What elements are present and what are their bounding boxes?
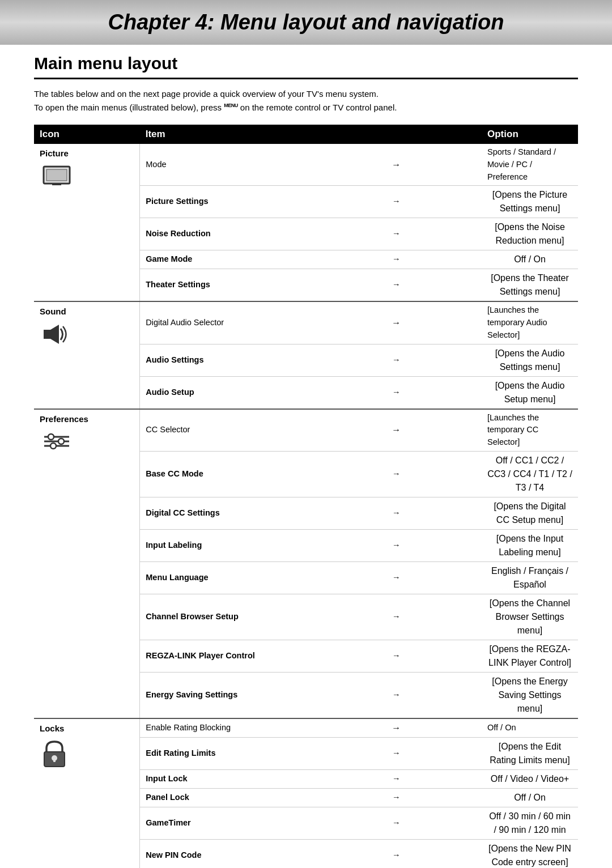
menu-item-name: Picture Settings	[140, 186, 311, 218]
icon-cell-sound: Sound	[34, 301, 140, 409]
arrow-cell: →	[311, 594, 482, 640]
arrow-cell: →	[311, 737, 482, 769]
svg-marker-4	[50, 325, 59, 344]
col-arrow-header	[311, 125, 482, 144]
intro-line1: The tables below and on the next page pr…	[34, 89, 379, 99]
arrow-cell: →	[311, 672, 482, 718]
menu-item-name: Input Lock	[140, 769, 311, 788]
svg-rect-1	[46, 169, 67, 181]
menu-item-option: Off / CC1 / CC2 / CC3 / CC4 / T1 / T2 / …	[482, 451, 578, 497]
icon-cell-preferences: Preferences	[34, 409, 140, 718]
menu-item-name: Digital Audio Selector	[140, 301, 311, 344]
menu-item-option: [Opens the Picture Settings menu]	[482, 186, 578, 218]
arrow-cell: →	[311, 269, 482, 302]
menu-item-name: Audio Setup	[140, 376, 311, 409]
table-row: Preferences CC Selector→[Launches the te…	[34, 409, 578, 452]
col-icon: Icon	[34, 125, 140, 144]
menu-item-option: Off / On	[482, 250, 578, 269]
menu-item-name: Edit Rating Limits	[140, 737, 311, 769]
menu-item-name: Enable Rating Blocking	[140, 718, 311, 738]
icon-cell-picture: Picture	[34, 144, 140, 301]
arrow-cell: →	[311, 769, 482, 788]
group-label-locks: Locks	[40, 722, 134, 735]
arrow-cell: →	[311, 409, 482, 452]
arrow-cell: →	[311, 839, 482, 868]
svg-point-9	[58, 439, 64, 444]
menu-item-option: Off / 30 min / 60 min / 90 min / 120 min	[482, 807, 578, 839]
svg-point-8	[48, 434, 54, 440]
main-content: Main menu layout The tables below and on…	[0, 45, 612, 868]
menu-item-name: New PIN Code	[140, 839, 311, 868]
svg-rect-3	[44, 330, 50, 339]
arrow-cell: →	[311, 250, 482, 269]
menu-item-option: [Launches the temporary Audio Selector]	[482, 301, 578, 344]
chapter-header: Chapter 4: Menu layout and navigation	[0, 0, 612, 45]
menu-table: Icon Item Option Picture Mode→Sports / S…	[34, 125, 578, 868]
picture-icon	[40, 163, 134, 189]
menu-item-option: [Opens the Audio Settings menu]	[482, 344, 578, 376]
menu-item-name: Noise Reduction	[140, 218, 311, 250]
arrow-cell: →	[311, 561, 482, 594]
menu-item-name: Menu Language	[140, 561, 311, 594]
menu-item-option: [Opens the Noise Reduction menu]	[482, 218, 578, 250]
arrow-cell: →	[311, 718, 482, 738]
arrow-cell: →	[311, 144, 482, 186]
menu-item-name: Audio Settings	[140, 344, 311, 376]
menu-item-name: REGZA-LINK Player Control	[140, 640, 311, 672]
menu-item-name: Mode	[140, 144, 311, 186]
col-item: Item	[140, 125, 311, 144]
menu-item-option: [Opens the New PIN Code entry screen]	[482, 839, 578, 868]
menu-item-option: [Opens the Channel Browser Settings menu…	[482, 594, 578, 640]
svg-point-10	[50, 443, 56, 449]
arrow-cell: →	[311, 529, 482, 561]
arrow-cell: →	[311, 186, 482, 218]
group-label-preferences: Preferences	[40, 413, 134, 426]
icon-cell-locks: Locks	[34, 718, 140, 868]
menu-item-option: Off / Video / Video+	[482, 769, 578, 788]
arrow-cell: →	[311, 344, 482, 376]
sound-icon	[40, 321, 134, 348]
arrow-cell: →	[311, 807, 482, 839]
arrow-cell: →	[311, 218, 482, 250]
table-row: Sound Digital Audio Selector→[Launches t…	[34, 301, 578, 344]
menu-item-option: English / Français / Español	[482, 561, 578, 594]
table-header-row: Icon Item Option	[34, 125, 578, 144]
menu-item-option: Off / On	[482, 718, 578, 738]
intro-line2: To open the main menus (illustrated belo…	[34, 103, 222, 112]
arrow-cell: →	[311, 640, 482, 672]
menu-label: MENU	[224, 103, 238, 108]
menu-item-name: Game Mode	[140, 250, 311, 269]
menu-item-option: [Opens the Digital CC Setup menu]	[482, 497, 578, 529]
menu-item-option: Sports / Standard / Movie / PC / Prefere…	[482, 144, 578, 186]
arrow-cell: →	[311, 301, 482, 344]
menu-item-option: [Opens the Edit Rating Limits menu]	[482, 737, 578, 769]
menu-item-name: CC Selector	[140, 409, 311, 452]
menu-item-option: [Launches the temporary CC Selector]	[482, 409, 578, 452]
arrow-cell: →	[311, 451, 482, 497]
menu-item-name: Base CC Mode	[140, 451, 311, 497]
menu-item-name: Theater Settings	[140, 269, 311, 302]
group-label-sound: Sound	[40, 305, 134, 318]
svg-rect-13	[53, 758, 56, 762]
menu-item-option: [Opens the REGZA-LINK Player Control]	[482, 640, 578, 672]
arrow-cell: →	[311, 497, 482, 529]
col-option: Option	[482, 125, 578, 144]
menu-item-option: [Opens the Theater Settings menu]	[482, 269, 578, 302]
menu-item-name: Energy Saving Settings	[140, 672, 311, 718]
menu-item-option: [Opens the Energy Saving Settings menu]	[482, 672, 578, 718]
preferences-icon	[40, 428, 134, 455]
intro-paragraph: The tables below and on the next page pr…	[34, 87, 578, 114]
chapter-title: Chapter 4: Menu layout and navigation	[23, 10, 589, 35]
svg-rect-2	[52, 184, 61, 185]
table-row: Locks Enable Rating Blocking→Off / On	[34, 718, 578, 738]
section-title: Main menu layout	[34, 45, 578, 79]
menu-item-option: [Opens the Audio Setup menu]	[482, 376, 578, 409]
group-label-picture: Picture	[40, 147, 134, 160]
locks-icon	[40, 737, 134, 771]
arrow-cell: →	[311, 376, 482, 409]
table-row: Picture Mode→Sports / Standard / Movie /…	[34, 144, 578, 186]
menu-item-name: Digital CC Settings	[140, 497, 311, 529]
menu-item-option: [Opens the Input Labeling menu]	[482, 529, 578, 561]
arrow-cell: →	[311, 788, 482, 807]
menu-item-name: Channel Browser Setup	[140, 594, 311, 640]
